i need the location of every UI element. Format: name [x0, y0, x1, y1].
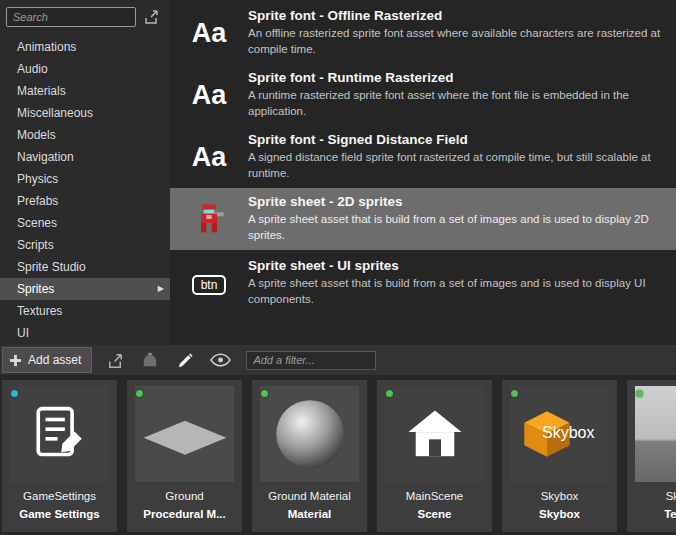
category-models[interactable]: Models	[0, 124, 170, 146]
category-animations[interactable]: Animations	[0, 36, 170, 58]
add-asset-button[interactable]: Add asset	[2, 347, 92, 373]
add-asset-label: Add asset	[28, 353, 81, 367]
menu-item-sprite-sheet-ui[interactable]: btn Sprite sheet - UI sprites A sprite s…	[170, 252, 676, 318]
menu-item-description: A sprite sheet asset that is build from …	[248, 212, 676, 243]
asset-toolbar: Add asset	[0, 345, 676, 375]
asset-name: Skybox	[629, 490, 676, 502]
menu-item-title: Sprite font - Runtime Rasterized	[248, 70, 676, 85]
plane-thumbnail	[135, 386, 234, 482]
menu-item-title: Sprite sheet - UI sprites	[248, 258, 676, 273]
menu-item-description: An offline rasterized sprite font asset …	[248, 26, 676, 57]
menu-item-sprite-sheet-2d[interactable]: Sprite sheet - 2D sprites A sprite sheet…	[170, 188, 676, 250]
btn-glyph: btn	[192, 275, 227, 295]
sphere-icon	[270, 394, 350, 474]
menu-item-title: Sprite sheet - 2D sprites	[248, 194, 676, 209]
category-textures[interactable]: Textures	[0, 300, 170, 322]
category-label: Sprites	[17, 282, 54, 296]
plus-icon	[9, 354, 22, 367]
asset-type: Game Settings	[4, 508, 115, 520]
asset-type: Texture	[629, 508, 676, 520]
menu-item-title: Sprite font - Signed Distance Field	[248, 132, 676, 147]
texture-thumbnail	[635, 386, 676, 482]
category-prefabs[interactable]: Prefabs	[0, 190, 170, 212]
sprite-character-icon	[170, 188, 248, 250]
button-sprite-icon: btn	[170, 252, 248, 318]
asset-type: Scene	[379, 508, 490, 520]
menu-item-description: A runtime rasterized sprite font asset w…	[248, 88, 676, 119]
sprite-font-icon: Aa	[170, 126, 248, 188]
scene-thumbnail	[385, 386, 484, 482]
category-scripts[interactable]: Scripts	[0, 234, 170, 256]
category-scenes[interactable]: Scenes	[0, 212, 170, 234]
status-dot	[511, 390, 518, 397]
status-dot	[261, 390, 268, 397]
menu-item-description: A signed distance field sprite font rast…	[248, 150, 676, 181]
asset-tile-skybox-texture[interactable]: Skybox Texture	[627, 380, 676, 532]
category-navigation[interactable]: Navigation	[0, 146, 170, 168]
menu-item-description: A sprite sheet asset that is build from …	[248, 276, 676, 307]
pin-menu-icon[interactable]	[143, 8, 161, 26]
category-list: Animations Audio Materials Miscellaneous…	[0, 36, 170, 344]
sprite-font-icon: Aa	[170, 64, 248, 126]
filter-input[interactable]	[246, 351, 376, 370]
category-miscellaneous[interactable]: Miscellaneous	[0, 102, 170, 124]
category-sprites[interactable]: Sprites ▶	[0, 278, 170, 300]
asset-tile-gamesettings[interactable]: GameSettings Game Settings	[2, 380, 117, 532]
asset-tile-skybox[interactable]: Skybox Skybox Skybox	[502, 380, 617, 532]
search-input[interactable]	[6, 7, 136, 27]
aa-glyph: Aa	[192, 144, 227, 171]
asset-tile-ground-material[interactable]: Ground Material Material	[252, 380, 367, 532]
game-settings-thumbnail	[10, 386, 109, 482]
status-dot	[386, 390, 393, 397]
asset-name: Ground Material	[254, 490, 365, 502]
asset-type-panel: Aa Sprite font - Offline Rasterized An o…	[170, 0, 676, 345]
sphere-thumbnail	[260, 386, 359, 482]
eye-icon[interactable]	[208, 349, 232, 371]
thumbnail-label: Skybox	[542, 424, 594, 442]
add-asset-menu: Animations Audio Materials Miscellaneous…	[0, 0, 676, 345]
search-row	[6, 7, 166, 27]
category-panel: Animations Audio Materials Miscellaneous…	[0, 0, 170, 345]
pencil-icon[interactable]	[173, 349, 197, 371]
export-icon[interactable]	[103, 349, 127, 371]
category-audio[interactable]: Audio	[0, 58, 170, 80]
asset-grid: GameSettings Game Settings Ground Proced…	[0, 375, 676, 535]
asset-name: GameSettings	[4, 490, 115, 502]
sprite-font-icon: Aa	[170, 2, 248, 64]
status-dot	[636, 390, 643, 397]
category-ui[interactable]: UI	[0, 322, 170, 344]
menu-item-sprite-font-offline[interactable]: Aa Sprite font - Offline Rasterized An o…	[170, 2, 676, 64]
asset-name: Skybox	[504, 490, 615, 502]
asset-type: Procedural M...	[129, 508, 240, 520]
menu-item-sprite-font-sdf[interactable]: Aa Sprite font - Signed Distance Field A…	[170, 126, 676, 188]
asset-type: Skybox	[504, 508, 615, 520]
category-sprite-studio[interactable]: Sprite Studio	[0, 256, 170, 278]
category-physics[interactable]: Physics	[0, 168, 170, 190]
house-icon	[406, 408, 464, 461]
add-asset-window: Animations Audio Materials Miscellaneous…	[0, 0, 676, 535]
plane-icon	[138, 396, 232, 472]
ink-bottle-icon[interactable]	[138, 349, 162, 371]
status-dot	[136, 390, 143, 397]
aa-glyph: Aa	[192, 82, 227, 109]
aa-glyph: Aa	[192, 20, 227, 47]
menu-item-sprite-font-runtime[interactable]: Aa Sprite font - Runtime Rasterized A ru…	[170, 64, 676, 126]
menu-item-title: Sprite font - Offline Rasterized	[248, 8, 676, 23]
asset-name: Ground	[129, 490, 240, 502]
status-dot	[11, 390, 18, 397]
asset-type: Material	[254, 508, 365, 520]
category-materials[interactable]: Materials	[0, 80, 170, 102]
game-settings-icon	[31, 405, 89, 463]
asset-tile-ground[interactable]: Ground Procedural M...	[127, 380, 242, 532]
submenu-arrow-icon: ▶	[158, 278, 164, 300]
asset-tile-mainscene[interactable]: MainScene Scene	[377, 380, 492, 532]
asset-name: MainScene	[379, 490, 490, 502]
